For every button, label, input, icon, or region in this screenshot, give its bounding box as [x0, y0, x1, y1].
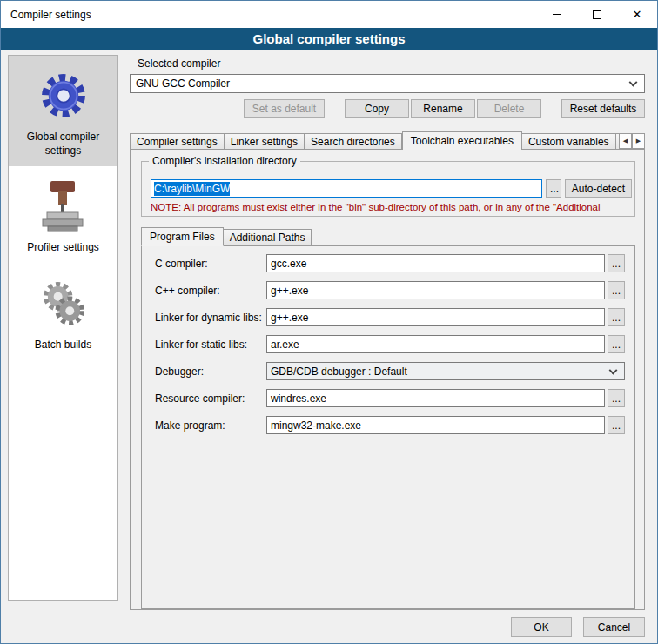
installation-directory-selected-text: C:\raylib\MinGW	[154, 182, 230, 196]
toolchain-executables-panel: Compiler's installation directory C:\ray…	[130, 149, 645, 610]
chevron-down-icon	[629, 78, 638, 87]
dynamic-linker-label: Linker for dynamic libs:	[155, 312, 266, 324]
bin-subdirectory-note: NOTE: All programs must exist either in …	[151, 202, 601, 212]
compiler-settings-window: Compiler settings ✕ Global compiler sett…	[0, 0, 658, 644]
sidebar: Global compiler settings Profiler settin…	[8, 55, 118, 601]
installation-directory-group: Compiler's installation directory C:\ray…	[141, 161, 635, 217]
dynamic-linker-value: g++.exe	[271, 312, 308, 324]
installation-directory-input[interactable]: C:\raylib\MinGW	[151, 179, 542, 198]
field-row-resource-compiler: Resource compiler: windres.exe ...	[155, 389, 625, 407]
static-linker-label: Linker for static libs:	[155, 339, 266, 351]
c-compiler-browse-button[interactable]: ...	[608, 254, 625, 272]
program-files-panel: C compiler: gcc.exe ... C++ compiler: g+…	[141, 245, 635, 609]
sidebar-item-label: Profiler settings	[27, 241, 99, 255]
scroll-right-icon: ▶	[636, 138, 641, 144]
close-icon: ✕	[633, 9, 642, 20]
delete-button: Delete	[477, 99, 541, 118]
field-row-c-compiler: C compiler: gcc.exe ...	[155, 254, 625, 272]
tab-search-directories[interactable]: Search directories	[305, 133, 402, 150]
toolchain-subtabbar: Program Files Additional Paths	[141, 226, 312, 245]
debugger-select[interactable]: GDB/CDB debugger : Default	[266, 362, 625, 380]
sidebar-item-label: Batch builds	[35, 339, 91, 352]
tab-scrollers: ◀ ▶	[619, 133, 645, 149]
subtab-additional-paths[interactable]: Additional Paths	[224, 229, 312, 245]
maximize-button[interactable]	[577, 1, 617, 28]
resource-compiler-value: windres.exe	[271, 392, 326, 405]
c-compiler-input[interactable]: gcc.exe	[266, 254, 605, 272]
tab-custom-variables[interactable]: Custom variables	[522, 133, 616, 150]
sidebar-item-global-compiler-settings[interactable]: Global compiler settings	[9, 56, 118, 166]
blue-gear-icon	[37, 68, 91, 124]
tab-toolchain-executables[interactable]: Toolchain executables	[402, 131, 522, 150]
resource-compiler-input[interactable]: windres.exe	[266, 389, 605, 407]
compiler-select-value: GNU GCC Compiler	[136, 77, 230, 90]
cpp-compiler-value: g++.exe	[271, 285, 308, 297]
tab-linker-settings[interactable]: Linker settings	[225, 133, 305, 150]
banner-title: Global compiler settings	[252, 31, 405, 46]
debugger-value: GDB/CDB debugger : Default	[271, 366, 407, 378]
field-row-dynamic-linker: Linker for dynamic libs: g++.exe ...	[155, 308, 625, 326]
gray-gears-icon	[37, 276, 91, 332]
sidebar-item-batch-builds[interactable]: Batch builds	[9, 264, 118, 361]
ok-button[interactable]: OK	[511, 617, 572, 637]
titlebar: Compiler settings ✕	[1, 1, 657, 28]
cancel-button[interactable]: Cancel	[583, 617, 645, 637]
make-program-input[interactable]: mingw32-make.exe	[266, 416, 605, 434]
field-row-make-program: Make program: mingw32-make.exe ...	[155, 416, 625, 434]
resource-compiler-label: Resource compiler:	[155, 392, 266, 405]
auto-detect-button[interactable]: Auto-detect	[565, 179, 632, 198]
static-linker-browse-button[interactable]: ...	[608, 335, 625, 353]
copy-button[interactable]: Copy	[345, 99, 409, 118]
subtab-program-files[interactable]: Program Files	[141, 227, 224, 246]
debugger-label: Debugger:	[155, 366, 266, 378]
c-compiler-value: gcc.exe	[271, 258, 306, 270]
cpp-compiler-browse-button[interactable]: ...	[608, 281, 625, 299]
compiler-select[interactable]: GNU GCC Compiler	[130, 74, 645, 93]
dynamic-linker-browse-button[interactable]: ...	[608, 308, 625, 326]
make-program-value: mingw32-make.exe	[271, 419, 361, 432]
dynamic-linker-input[interactable]: g++.exe	[266, 308, 605, 326]
field-row-debugger: Debugger: GDB/CDB debugger : Default	[155, 362, 625, 380]
installation-directory-browse-button[interactable]: ...	[546, 179, 561, 198]
sidebar-item-label: Global compiler settings	[12, 131, 114, 158]
chevron-down-icon	[609, 366, 618, 374]
make-program-label: Make program:	[155, 419, 266, 432]
tab-scroll-right-button[interactable]: ▶	[632, 133, 645, 149]
minimize-button[interactable]	[537, 1, 577, 28]
window-controls: ✕	[537, 1, 657, 28]
close-button[interactable]: ✕	[617, 1, 657, 28]
resource-compiler-browse-button[interactable]: ...	[608, 389, 625, 407]
tab-scroll-left-button[interactable]: ◀	[619, 133, 632, 149]
cpp-compiler-label: C++ compiler:	[155, 285, 266, 297]
window-title: Compiler settings	[10, 9, 91, 21]
profiler-tool-icon	[37, 178, 91, 234]
c-compiler-label: C compiler:	[155, 258, 266, 270]
installation-directory-group-label: Compiler's installation directory	[149, 155, 300, 167]
make-program-browse-button[interactable]: ...	[608, 416, 625, 434]
selected-compiler-label: Selected compiler	[138, 57, 220, 70]
minimize-icon	[553, 14, 561, 15]
main-tabbar: Compiler settings Linker settings Search…	[130, 131, 645, 150]
field-row-static-linker: Linker for static libs: ar.exe ...	[155, 335, 625, 353]
scroll-left-icon: ◀	[623, 138, 628, 144]
static-linker-value: ar.exe	[271, 339, 299, 351]
cpp-compiler-input[interactable]: g++.exe	[266, 281, 605, 299]
set-as-default-button: Set as default	[244, 99, 325, 118]
program-files-fields: C compiler: gcc.exe ... C++ compiler: g+…	[155, 254, 625, 443]
banner: Global compiler settings	[1, 28, 657, 50]
reset-defaults-button[interactable]: Reset defaults	[561, 99, 645, 118]
maximize-icon	[593, 10, 601, 19]
static-linker-input[interactable]: ar.exe	[266, 335, 605, 353]
tab-compiler-settings[interactable]: Compiler settings	[130, 133, 225, 150]
sidebar-item-profiler-settings[interactable]: Profiler settings	[9, 166, 118, 264]
field-row-cpp-compiler: C++ compiler: g++.exe ...	[155, 281, 625, 299]
rename-button[interactable]: Rename	[411, 99, 475, 118]
